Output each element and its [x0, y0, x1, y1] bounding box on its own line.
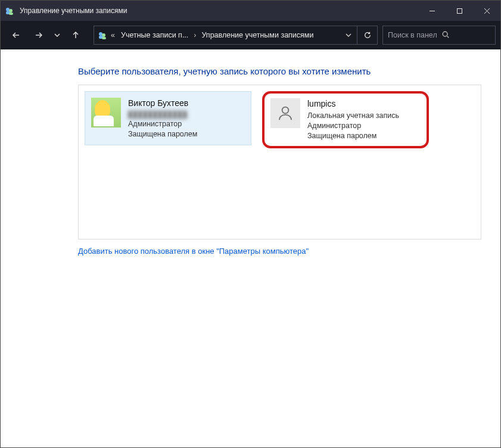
user-card-viktor[interactable]: Виктор Бухтеев ████████████ Администрато… [85, 91, 251, 145]
search-placeholder: Поиск в панели упра... [388, 31, 437, 39]
chevron-right-icon: › [192, 31, 198, 39]
user-account-type: Локальная учетная запись [307, 111, 399, 121]
window-title: Управление учетными записями [20, 7, 127, 15]
svg-point-15 [443, 32, 447, 36]
user-password-status: Защищена паролем [307, 131, 399, 141]
search-icon [441, 30, 490, 41]
avatar [270, 98, 300, 128]
user-role: Администратор [128, 119, 197, 129]
user-password-status: Защищена паролем [128, 129, 197, 139]
breadcrumb-seg-2[interactable]: Управление учетными записями [198, 31, 317, 39]
user-list: Виктор Бухтеев ████████████ Администрато… [78, 85, 481, 239]
forward-button[interactable] [28, 24, 49, 46]
breadcrumb-back-icon[interactable]: « [108, 31, 117, 39]
back-button[interactable] [5, 24, 27, 46]
user-info: Виктор Бухтеев ████████████ Администрато… [128, 98, 197, 139]
svg-rect-14 [102, 37, 106, 39]
refresh-button[interactable] [357, 26, 377, 44]
titlebar: Управление учетными записями [1, 1, 500, 21]
address-bar[interactable]: « Учетные записи п... › Управление учетн… [94, 26, 378, 45]
content-area: Выберите пользователя, учетную запись ко… [1, 49, 500, 447]
user-name: Виктор Бухтеев [128, 98, 197, 109]
address-icon [94, 30, 108, 40]
window: Управление учетными записями « [0, 0, 501, 448]
maximize-button[interactable] [446, 1, 473, 21]
page-heading: Выберите пользователя, учетную запись ко… [78, 66, 481, 76]
svg-point-17 [282, 107, 289, 114]
user-card-lumpics[interactable]: lumpics Локальная учетная запись Админис… [262, 91, 429, 148]
avatar [91, 98, 121, 127]
up-button[interactable] [65, 24, 86, 46]
svg-line-16 [447, 36, 449, 38]
search-input[interactable]: Поиск в панели упра... [382, 26, 496, 45]
user-name: lumpics [307, 98, 399, 110]
add-user-link[interactable]: Добавить нового пользователя в окне "Пар… [78, 247, 481, 256]
app-icon [4, 5, 15, 16]
user-info: lumpics Локальная учетная запись Админис… [307, 98, 399, 141]
address-dropdown[interactable] [340, 32, 357, 38]
breadcrumb-seg-1[interactable]: Учетные записи п... [117, 31, 192, 39]
user-role: Администратор [307, 121, 399, 131]
navbar: « Учетные записи п... › Управление учетн… [1, 21, 500, 49]
svg-rect-3 [9, 13, 13, 15]
close-button[interactable] [473, 1, 500, 21]
user-email-masked: ████████████ [128, 110, 197, 119]
svg-rect-5 [457, 8, 462, 13]
recent-dropdown[interactable] [51, 24, 64, 46]
minimize-button[interactable] [418, 1, 446, 21]
